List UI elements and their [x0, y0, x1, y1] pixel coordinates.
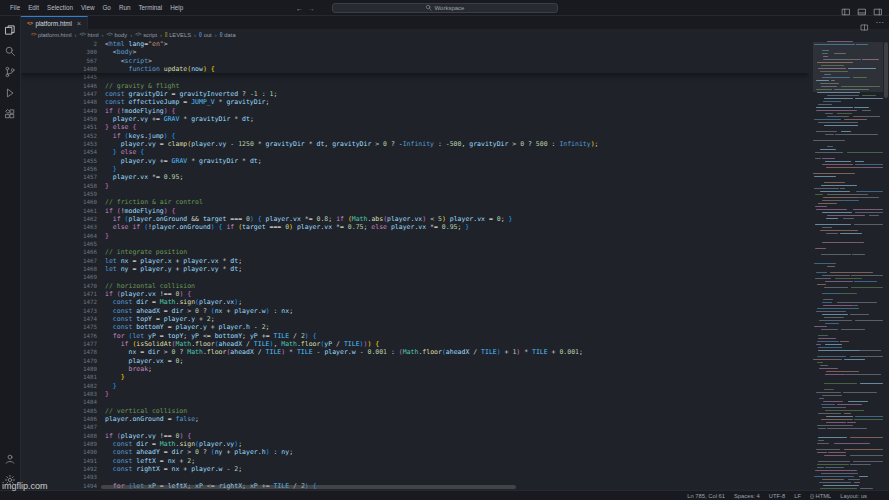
- explorer-icon[interactable]: [4, 22, 16, 34]
- code-line[interactable]: 1485// vertical collision: [21, 406, 809, 414]
- layout-panel-button[interactable]: [857, 3, 867, 13]
- code-line[interactable]: 1482 }: [21, 381, 809, 389]
- layout-sidebar-right-button[interactable]: [873, 3, 883, 13]
- menu-help[interactable]: Help: [166, 4, 187, 11]
- status-utf-8[interactable]: UTF-8: [769, 493, 785, 499]
- code-line[interactable]: 1480 break;: [21, 365, 809, 373]
- code-line[interactable]: 1478 nx = dir > 0 ? Math.floor(aheadX / …: [21, 348, 809, 356]
- code-line[interactable]: 1492 const rightX = nx + player.w - 2;: [21, 465, 809, 473]
- code-line[interactable]: 1447const gravityDir = gravityInverted ?…: [21, 90, 809, 98]
- code-line[interactable]: 1467let nx = player.x + player.vx * dt;: [21, 257, 809, 265]
- more-actions-button[interactable]: ⋯: [875, 18, 884, 27]
- minimap-slider[interactable]: [813, 42, 883, 92]
- menu-edit[interactable]: Edit: [24, 4, 43, 11]
- breadcrumb-item-platform.html[interactable]: <>platform.html: [31, 32, 72, 38]
- code-line[interactable]: 1464}: [21, 232, 809, 240]
- history-forward-button[interactable]: →: [308, 5, 315, 12]
- code-area[interactable]: 2<html lang="en">300 <body>567 <script>1…: [21, 40, 809, 490]
- menu-run[interactable]: Run: [115, 4, 135, 11]
- breadcrumb-item-levels[interactable]: []LEVELS: [165, 32, 191, 38]
- code-line[interactable]: 1454 } else {: [21, 148, 809, 156]
- accounts-icon[interactable]: [4, 451, 16, 463]
- command-center[interactable]: Workspace: [332, 3, 558, 14]
- code-line[interactable]: 1471if (player.vx !== 0) {: [21, 290, 809, 298]
- code-line[interactable]: 1470// horizontal collision: [21, 282, 809, 290]
- code-line[interactable]: 1469: [21, 273, 809, 281]
- code-line[interactable]: 1491 const leftX = nx + 2;: [21, 456, 809, 464]
- extensions-icon[interactable]: [4, 106, 16, 118]
- code-line[interactable]: 1475 const bottomY = player.y + player.h…: [21, 323, 809, 331]
- code-line[interactable]: 2<html lang="en">: [21, 40, 809, 48]
- code-line[interactable]: 1472 const dir = Math.sign(player.vx);: [21, 298, 809, 306]
- vertical-scrollbar-thumb[interactable]: [884, 42, 888, 98]
- code-line[interactable]: 1490 const aheadY = dir > 0 ? (ny + play…: [21, 448, 809, 456]
- code-line[interactable]: 1450 player.vy += GRAV * gravityDir * dt…: [21, 115, 809, 123]
- menu-selection[interactable]: Selection: [43, 4, 77, 11]
- minimap[interactable]: [813, 40, 883, 490]
- code-line[interactable]: 1451} else {: [21, 123, 809, 131]
- code-line[interactable]: 1487: [21, 423, 809, 431]
- breadcrumb-item-data[interactable]: {}data: [220, 32, 236, 38]
- code-line[interactable]: 1489 const dir = Math.sign(player.vy);: [21, 440, 809, 448]
- status-html[interactable]: {} HTML: [810, 493, 831, 499]
- vertical-scrollbar[interactable]: [883, 40, 889, 490]
- status-lf[interactable]: LF: [794, 493, 801, 499]
- code-line[interactable]: 1466// integrate position: [21, 248, 809, 256]
- code-line[interactable]: 1445: [21, 73, 809, 81]
- horizontal-scrollbar[interactable]: [21, 484, 809, 490]
- code-line[interactable]: 1468let ny = player.y + player.vy * dt;: [21, 265, 809, 273]
- code-line[interactable]: 1446// gravity & flight: [21, 82, 809, 90]
- code-line[interactable]: 1400 function update(now) {: [21, 65, 809, 73]
- code-line[interactable]: 1455 player.vy += GRAV * gravityDir * dt…: [21, 157, 809, 165]
- breadcrumb-item-script[interactable]: </>script: [135, 32, 157, 38]
- code-line[interactable]: 1465: [21, 240, 809, 248]
- code-line[interactable]: 1474 const topY = player.y + 2;: [21, 315, 809, 323]
- code-line[interactable]: 1463 else if (!player.onGround) { if (ta…: [21, 223, 809, 231]
- code-line[interactable]: 567 <script>: [21, 57, 809, 65]
- status-layout-us[interactable]: Layout: us: [840, 493, 867, 499]
- code-line[interactable]: 1457 player.vx *= 0.95;: [21, 173, 809, 181]
- layout-sidebar-left-button[interactable]: [841, 3, 851, 13]
- close-tab-icon[interactable]: ×: [77, 19, 81, 28]
- source-control-icon[interactable]: [4, 64, 16, 76]
- code-line[interactable]: 1462 if (player.onGround && target === 0…: [21, 215, 809, 223]
- code-line[interactable]: 1483}: [21, 390, 809, 398]
- code-line[interactable]: 1461if (!modeFlying) {: [21, 207, 809, 215]
- code-line[interactable]: 1459: [21, 190, 809, 198]
- tab-platform-html[interactable]: <> platform.html ×: [21, 16, 88, 29]
- editor[interactable]: 2<html lang="en">300 <body>567 <script>1…: [21, 40, 889, 490]
- code-line[interactable]: 1456 }: [21, 165, 809, 173]
- code-line[interactable]: 300 <body>: [21, 48, 809, 56]
- code-line[interactable]: 1488if (player.vy !== 0) {: [21, 431, 809, 439]
- horizontal-scrollbar-thumb[interactable]: [101, 485, 516, 489]
- code-line[interactable]: 1484: [21, 398, 809, 406]
- search-icon[interactable]: [4, 43, 16, 55]
- menu-view[interactable]: View: [77, 4, 99, 11]
- code-line[interactable]: 1481 }: [21, 373, 809, 381]
- code-line[interactable]: 1449if (!modeFlying) {: [21, 107, 809, 115]
- code-line[interactable]: 1479 player.vx = 0;: [21, 356, 809, 364]
- history-back-button[interactable]: ←: [296, 5, 303, 12]
- code-line[interactable]: 1448const effectiveJump = JUMP_V * gravi…: [21, 98, 809, 106]
- run-and-debug-icon[interactable]: [4, 85, 16, 97]
- code-line[interactable]: 1473 const aheadX = dir > 0 ? (nx + play…: [21, 307, 809, 315]
- code-line[interactable]: 1453 player.vy = clamp(player.vy - 1250 …: [21, 140, 809, 148]
- code-line[interactable]: 1493: [21, 473, 809, 481]
- bell-icon[interactable]: [876, 492, 883, 499]
- breadcrumb-item-html[interactable]: </>html: [80, 32, 99, 38]
- status-ln-785-col-61[interactable]: Ln 785, Col 61: [687, 493, 725, 499]
- breadcrumb-item-out[interactable]: {}out: [199, 32, 212, 38]
- code-line[interactable]: 1476 for (let yP = topY; yP <= bottomY; …: [21, 331, 809, 339]
- split-editor-button[interactable]: [860, 18, 869, 27]
- menu-file[interactable]: File: [6, 4, 24, 11]
- menu-go[interactable]: Go: [98, 4, 114, 11]
- breadcrumb-item-body[interactable]: </>body: [107, 32, 128, 38]
- line-number: 1493: [21, 474, 105, 480]
- code-line[interactable]: 1486player.onGround = false;: [21, 415, 809, 423]
- menu-terminal[interactable]: Terminal: [134, 4, 166, 11]
- code-line[interactable]: 1477 if (isSolidAt(Math.floor(aheadX / T…: [21, 340, 809, 348]
- status-spaces-4[interactable]: Spaces: 4: [734, 493, 760, 499]
- code-line[interactable]: 1452 if (keys.jump) {: [21, 132, 809, 140]
- code-line[interactable]: 1458}: [21, 182, 809, 190]
- code-line[interactable]: 1460// friction & air control: [21, 198, 809, 206]
